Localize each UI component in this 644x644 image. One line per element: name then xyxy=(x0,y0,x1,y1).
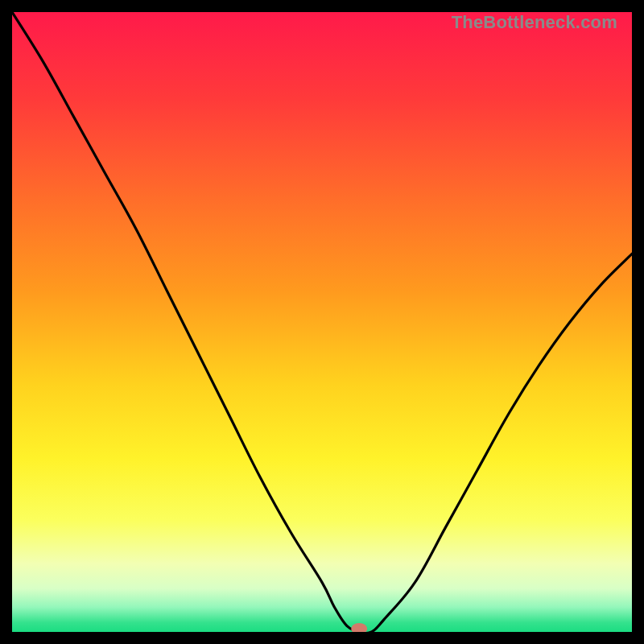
chart-frame: TheBottleneck.com xyxy=(12,12,632,632)
gradient-background xyxy=(12,12,632,632)
bottleneck-chart xyxy=(12,12,632,632)
watermark-text: TheBottleneck.com xyxy=(452,12,617,33)
